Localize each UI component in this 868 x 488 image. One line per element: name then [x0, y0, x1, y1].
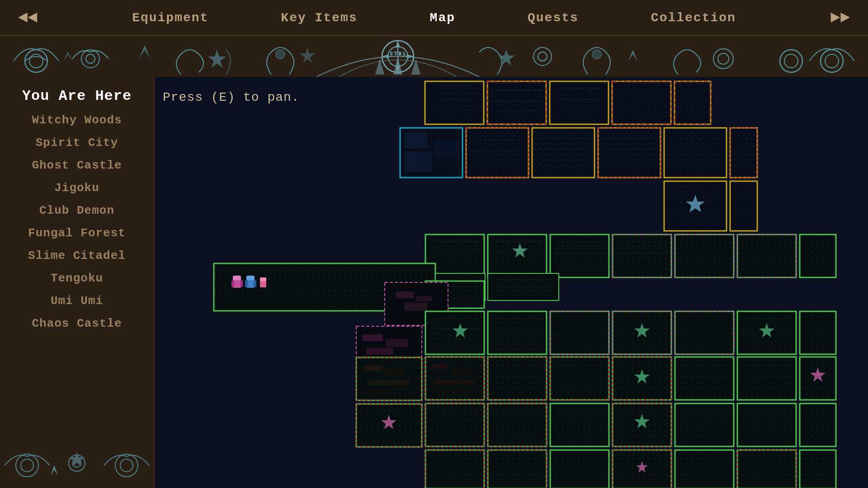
nav-arrow-right[interactable]: ►►: [826, 9, 854, 27]
svg-rect-40: [426, 82, 480, 123]
svg-rect-61: [405, 151, 432, 172]
svg-rect-190: [384, 370, 405, 376]
sidebar-location-7[interactable]: Tengoku: [0, 270, 154, 287]
svg-rect-161: [452, 368, 472, 375]
svg-rect-105: [800, 235, 836, 277]
svg-rect-116: [260, 277, 266, 281]
svg-rect-199: [488, 404, 547, 446]
nav-item-collection[interactable]: Collection: [615, 11, 772, 25]
sidebar-location-1[interactable]: Spirit City: [0, 134, 154, 151]
svg-rect-0: [0, 36, 868, 77]
svg-rect-164: [488, 357, 547, 400]
svg-rect-155: [363, 334, 383, 341]
svg-rect-157: [366, 348, 393, 355]
svg-rect-209: [613, 404, 671, 446]
sidebar-location-5[interactable]: Fungal Forest: [0, 225, 154, 242]
map-area[interactable]: Press (E) to pan.: [154, 77, 868, 488]
svg-rect-141: [550, 311, 609, 354]
svg-rect-55: [612, 81, 671, 124]
nav-items: Equipment Key Items Map Quests Collectio…: [42, 11, 826, 25]
sidebar-location-6[interactable]: Slime Citadel: [0, 247, 154, 264]
svg-rect-76: [664, 128, 726, 178]
svg-rect-112: [246, 276, 255, 280]
svg-rect-113: [245, 280, 248, 287]
svg-rect-160: [432, 364, 448, 369]
svg-rect-114: [254, 280, 256, 287]
sidebar-location-0[interactable]: Witchy Woods: [0, 112, 154, 129]
svg-rect-215: [675, 404, 734, 446]
svg-rect-177: [675, 357, 734, 400]
sidebar-location-9[interactable]: Chaos Castle: [0, 315, 154, 332]
svg-rect-153: [800, 311, 836, 354]
svg-rect-97: [613, 235, 671, 277]
svg-rect-101: [675, 235, 734, 277]
svg-rect-103: [737, 235, 796, 277]
svg-rect-126: [396, 291, 414, 298]
svg-rect-192: [364, 389, 391, 394]
svg-rect-51: [550, 81, 609, 124]
svg-rect-162: [434, 380, 475, 385]
svg-rect-146: [675, 311, 734, 354]
svg-rect-189: [364, 365, 382, 371]
svg-rect-238: [800, 450, 836, 488]
game-screen: ◄◄ Equipment Key Items Map Quests Collec…: [0, 0, 868, 488]
svg-rect-229: [488, 450, 547, 488]
svg-rect-108: [233, 276, 241, 280]
svg-rect-46: [487, 81, 546, 124]
svg-rect-92: [550, 235, 609, 277]
nav-item-map[interactable]: Map: [394, 11, 491, 25]
nav-arrow-left[interactable]: ◄◄: [14, 9, 42, 27]
sidebar-divider: [154, 77, 155, 488]
map-hint: Press (E) to pan.: [163, 90, 300, 104]
svg-rect-219: [737, 404, 796, 446]
svg-rect-128: [405, 303, 427, 311]
svg-rect-72: [598, 128, 660, 178]
decorative-border: C T R L: [0, 36, 868, 77]
svg-text:C T R L: C T R L: [390, 52, 406, 56]
svg-rect-236: [737, 450, 796, 488]
sidebar-location-4[interactable]: Club Demon: [0, 202, 154, 219]
svg-rect-127: [416, 296, 432, 301]
svg-rect-193: [425, 404, 484, 446]
svg-point-18: [592, 50, 601, 59]
nav-item-quests[interactable]: Quests: [491, 11, 615, 25]
svg-rect-235: [675, 450, 734, 488]
svg-rect-81: [730, 181, 757, 231]
svg-rect-109: [231, 280, 234, 287]
svg-rect-163: [439, 389, 470, 395]
svg-point-12: [276, 50, 285, 59]
sidebar-location-current[interactable]: You Are Here: [0, 86, 154, 106]
svg-rect-191: [368, 380, 409, 385]
svg-rect-60: [405, 132, 427, 148]
svg-rect-68: [532, 128, 594, 178]
svg-rect-231: [550, 450, 609, 488]
map-rooms-container: [154, 77, 868, 488]
sidebar: You Are Here Witchy Woods Spirit City Gh…: [0, 77, 154, 488]
svg-rect-181: [737, 357, 796, 400]
svg-rect-227: [425, 450, 484, 488]
svg-rect-77: [730, 128, 757, 178]
svg-rect-57: [675, 81, 711, 124]
sidebar-location-2[interactable]: Ghost Castle: [0, 157, 154, 174]
svg-rect-135: [488, 311, 547, 354]
sidebar-location-3[interactable]: Jigoku: [0, 179, 154, 197]
sidebar-location-8[interactable]: Umi Umi: [0, 292, 154, 310]
svg-rect-62: [434, 140, 459, 158]
svg-rect-156: [386, 339, 408, 347]
svg-rect-223: [800, 404, 836, 446]
svg-rect-63: [466, 128, 528, 178]
svg-rect-185: [800, 357, 836, 400]
top-navigation: ◄◄ Equipment Key Items Map Quests Collec…: [0, 0, 868, 36]
svg-rect-110: [240, 280, 243, 287]
nav-item-equipment[interactable]: Equipment: [96, 11, 245, 25]
svg-rect-204: [550, 404, 609, 446]
nav-item-key-items[interactable]: Key Items: [245, 11, 393, 25]
